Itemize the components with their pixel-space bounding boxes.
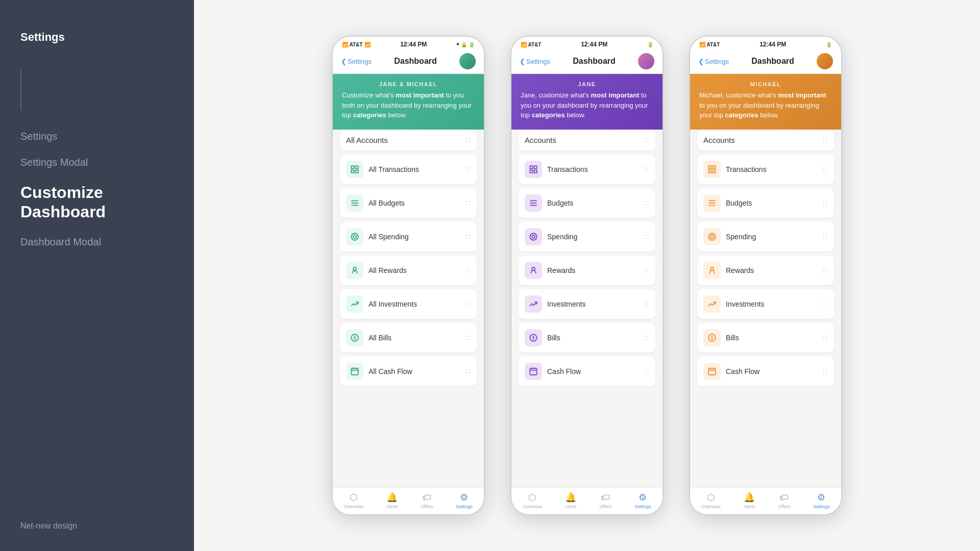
back-chevron-icon: ❮ (698, 58, 704, 65)
drag-handle-icon[interactable]: ∷ (823, 266, 828, 274)
time-label: 12:44 PM (400, 41, 427, 48)
list-item-spending[interactable]: Spending ∷ (519, 222, 655, 252)
drag-handle-icon[interactable]: ∷ (644, 367, 649, 375)
svg-point-8 (353, 235, 356, 238)
back-button-michael[interactable]: ❮ Settings (698, 58, 729, 65)
tab-offers[interactable]: 🏷 Offers (599, 492, 611, 509)
tab-bar-combined: ⬡ Overview 🔔 Alerts 🏷 Offers ⚙ Settings (333, 487, 484, 514)
list-item-all-accounts[interactable]: All Accounts ∷ (340, 130, 477, 151)
svg-rect-0 (351, 166, 354, 168)
drag-handle-icon[interactable]: ∷ (644, 266, 649, 274)
list-item-transactions[interactable]: Transactions ∷ (519, 155, 655, 184)
list-item-label: All Spending (369, 233, 460, 241)
overview-icon: ⬡ (528, 492, 536, 503)
list-item-spending[interactable]: Spending ∷ (697, 222, 834, 252)
drag-handle-icon[interactable]: ∷ (823, 233, 828, 241)
overview-icon: ⬡ (707, 492, 715, 503)
list-item-investments[interactable]: Investments ∷ (519, 289, 655, 319)
list-item-investments[interactable]: Investments ∷ (697, 289, 834, 319)
offers-icon: 🏷 (779, 492, 789, 503)
drag-handle-icon[interactable]: ∷ (644, 136, 649, 144)
tab-alerts[interactable]: 🔔 Alerts (386, 492, 398, 509)
list-item-accounts[interactable]: Accounts ∷ (519, 130, 655, 151)
tab-settings[interactable]: ⚙ Settings (456, 492, 473, 509)
list-item-label: Budgets (726, 199, 818, 207)
drag-handle-icon[interactable]: ∷ (823, 136, 828, 144)
list-item-all-rewards[interactable]: All Rewards ∷ (340, 256, 477, 285)
tab-alerts[interactable]: 🔔 Alerts (743, 492, 755, 509)
drag-handle-icon[interactable]: ∷ (465, 233, 471, 241)
list-item-all-budgets[interactable]: All Budgets ∷ (340, 188, 477, 218)
drag-handle-icon[interactable]: ∷ (465, 136, 471, 144)
svg-rect-13 (351, 368, 358, 375)
tab-offers[interactable]: 🏷 Offers (778, 492, 790, 509)
tab-label: Settings (813, 504, 830, 509)
status-bar-left: 📶 AT&T 📶 (342, 42, 371, 47)
svg-point-7 (351, 233, 358, 240)
list-item-rewards[interactable]: Rewards ∷ (519, 256, 655, 285)
list-item-label: Rewards (547, 266, 639, 274)
tab-settings[interactable]: ⚙ Settings (813, 492, 830, 509)
list-item-all-cashflow[interactable]: All Cash Flow ∷ (340, 357, 477, 386)
budgets-icon (525, 194, 542, 212)
drag-handle-icon[interactable]: ∷ (465, 300, 471, 308)
list-item-label: Cash Flow (547, 367, 639, 375)
spending-icon (525, 228, 542, 245)
list-item-bills[interactable]: $ Bills ∷ (519, 323, 655, 353)
list-item-all-spending[interactable]: All Spending ∷ (340, 222, 477, 252)
phone-combined: 📶 AT&T 📶 12:44 PM ⌖ 🔒 🔋 ❮ Settings Dashb… (332, 36, 485, 515)
tab-alerts[interactable]: 🔔 Alerts (565, 492, 576, 509)
drag-handle-icon[interactable]: ∷ (644, 334, 649, 342)
tab-overview[interactable]: ⬡ Overview (701, 492, 721, 509)
list-item-label: All Transactions (369, 165, 460, 173)
sidebar-item-customize-dashboard[interactable]: Customize Dashboard (20, 183, 174, 222)
list-item-cashflow[interactable]: Cash Flow ∷ (697, 357, 834, 386)
status-bar-left: 📶 AT&T (521, 42, 541, 47)
list-item-rewards[interactable]: Rewards ∷ (697, 256, 834, 285)
tab-offers[interactable]: 🏷 Offers (421, 492, 433, 509)
overview-icon: ⬡ (350, 492, 358, 503)
list-item-all-investments[interactable]: All Investments ∷ (340, 289, 477, 319)
drag-handle-icon[interactable]: ∷ (644, 199, 649, 207)
sidebar-item-settings-modal[interactable]: Settings Modal (20, 157, 174, 168)
banner-michael: MICHAEL Michael, customize what's most i… (690, 74, 841, 130)
spending-icon (346, 228, 363, 245)
drag-handle-icon[interactable]: ∷ (465, 266, 471, 274)
drag-handle-icon[interactable]: ∷ (465, 165, 471, 173)
rewards-icon (525, 262, 542, 279)
list-item-budgets[interactable]: Budgets ∷ (697, 188, 834, 218)
drag-handle-icon[interactable]: ∷ (465, 334, 471, 342)
drag-handle-icon[interactable]: ∷ (823, 367, 828, 375)
list-item-budgets[interactable]: Budgets ∷ (519, 188, 655, 218)
drag-handle-icon[interactable]: ∷ (823, 300, 828, 308)
list-item-bills[interactable]: $ Bills ∷ (697, 323, 834, 353)
list-item-transactions[interactable]: Transactions ∷ (697, 155, 834, 184)
drag-handle-icon[interactable]: ∷ (823, 334, 828, 342)
main-content: 📶 AT&T 📶 12:44 PM ⌖ 🔒 🔋 ❮ Settings Dashb… (194, 0, 980, 551)
drag-handle-icon[interactable]: ∷ (465, 199, 471, 207)
tab-label: Offers (778, 504, 790, 509)
drag-handle-icon[interactable]: ∷ (823, 165, 828, 173)
tab-overview[interactable]: ⬡ Overview (523, 492, 542, 509)
list-item-all-bills[interactable]: $ All Bills ∷ (340, 323, 477, 353)
svg-rect-3 (356, 170, 358, 172)
list-item-cashflow[interactable]: Cash Flow ∷ (519, 357, 655, 386)
sidebar-item-settings[interactable]: Settings (20, 131, 174, 142)
tab-overview[interactable]: ⬡ Overview (344, 492, 363, 509)
drag-handle-icon[interactable]: ∷ (465, 367, 471, 375)
back-button-jane[interactable]: ❮ Settings (520, 58, 550, 65)
drag-handle-icon[interactable]: ∷ (644, 300, 649, 308)
tab-settings[interactable]: ⚙ Settings (634, 492, 651, 509)
carrier-label: 📶 AT&T (342, 42, 362, 47)
drag-handle-icon[interactable]: ∷ (823, 199, 828, 207)
back-label: Settings (705, 58, 729, 65)
list-item-label: Spending (726, 233, 818, 241)
sidebar-item-dashboard-modal[interactable]: Dashboard Modal (20, 236, 174, 248)
svg-text:$: $ (353, 335, 356, 340)
drag-handle-icon[interactable]: ∷ (644, 233, 649, 241)
back-button-combined[interactable]: ❮ Settings (341, 58, 372, 65)
list-item-accounts[interactable]: Accounts ∷ (697, 130, 834, 151)
banner-jane: JANE Jane, customize what's most importa… (511, 74, 663, 130)
drag-handle-icon[interactable]: ∷ (644, 165, 649, 173)
list-item-all-transactions[interactable]: All Transactions ∷ (340, 155, 477, 184)
